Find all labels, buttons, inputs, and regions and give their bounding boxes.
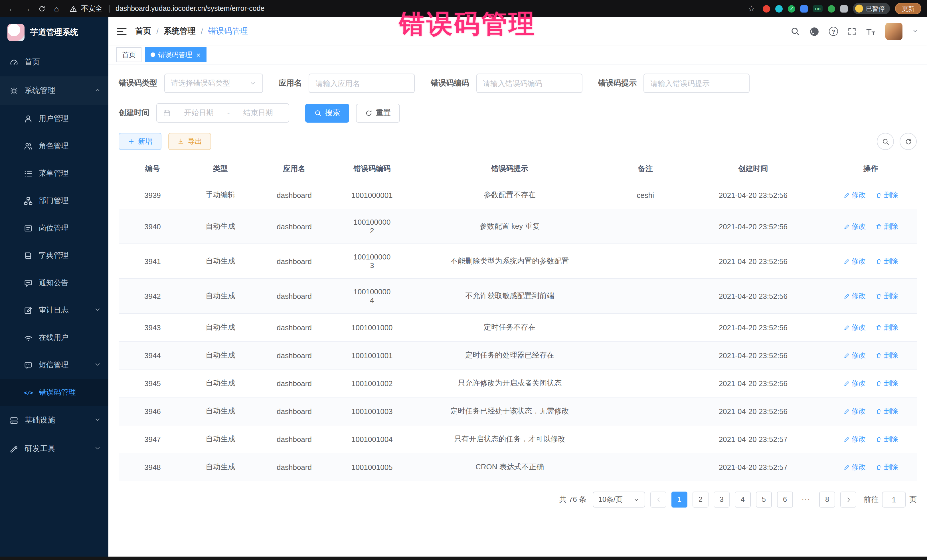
extension-icon-on-badge[interactable]: on (813, 5, 823, 12)
page-button-3[interactable]: 3 (714, 492, 729, 508)
app-logo-row[interactable]: 芋道管理系统 (0, 17, 108, 48)
puzzle-extensions-icon[interactable] (840, 5, 848, 12)
sidebar-item-home[interactable]: 首页 (0, 48, 108, 76)
annotation-title: 错误码管理 (399, 7, 536, 41)
close-tab-icon[interactable]: × (196, 51, 201, 58)
date-range-picker[interactable]: 开始日期 - 结束日期 (156, 103, 289, 123)
forward-icon[interactable]: → (21, 2, 33, 15)
cell-id: 3939 (119, 181, 187, 209)
sidebar-item-system[interactable]: 系统管理 (0, 76, 108, 105)
delete-button[interactable]: 删除 (876, 256, 898, 266)
cell-hint: 定时任务的处理器已经存在 (410, 341, 609, 369)
warning-icon (70, 5, 77, 12)
edit-button[interactable]: 修改 (843, 322, 866, 332)
edit-button[interactable]: 修改 (843, 291, 866, 301)
more-pages-button[interactable]: ··· (798, 492, 814, 508)
fullscreen-icon[interactable] (848, 27, 856, 36)
sidebar-item-users[interactable]: 用户管理 (0, 105, 108, 132)
sidebar-item-online-users[interactable]: 在线用户 (0, 324, 108, 351)
caret-down-icon[interactable] (912, 26, 918, 36)
delete-button[interactable]: 删除 (876, 378, 898, 388)
delete-button[interactable]: 删除 (876, 291, 898, 301)
edit-button[interactable]: 修改 (843, 222, 866, 231)
edit-button[interactable]: 修改 (843, 351, 866, 360)
page-button-6[interactable]: 6 (777, 492, 793, 508)
reload-icon[interactable] (35, 2, 48, 15)
show-search-toggle[interactable] (877, 133, 894, 150)
sidebar-item-posts[interactable]: 岗位管理 (0, 214, 108, 242)
delete-button[interactable]: 删除 (876, 351, 898, 360)
sidebar-item-dictionary[interactable]: 字典管理 (0, 242, 108, 269)
sidebar-item-audit-logs[interactable]: 审计日志 (0, 296, 108, 324)
edit-button[interactable]: 修改 (843, 406, 866, 416)
cell-time: 2021-04-20 23:52:56 (681, 397, 825, 425)
breadcrumb-system[interactable]: 系统管理 (164, 26, 196, 36)
sidebar-item-notices[interactable]: 通知公告 (0, 269, 108, 296)
tab-home[interactable]: 首页 (116, 47, 141, 62)
avatar[interactable] (885, 23, 903, 40)
back-icon[interactable]: ← (6, 2, 18, 15)
refresh-table-button[interactable] (900, 133, 917, 150)
breadcrumb-home[interactable]: 首页 (135, 26, 151, 36)
sidebar-item-departments[interactable]: 部门管理 (0, 187, 108, 214)
help-icon[interactable]: ? (829, 27, 838, 36)
goto-page-input[interactable] (882, 492, 906, 508)
home-icon[interactable]: ⌂ (50, 2, 63, 15)
prev-page-button[interactable] (650, 492, 666, 508)
edit-button[interactable]: 修改 (843, 434, 866, 444)
export-button[interactable]: 导出 (168, 133, 211, 150)
sidebar-item-infrastructure[interactable]: 基础设施 (0, 406, 108, 434)
reset-button[interactable]: 重置 (356, 103, 400, 122)
page-button-4[interactable]: 4 (735, 492, 751, 508)
delete-button[interactable]: 删除 (876, 462, 898, 472)
address-bar[interactable]: 不安全 dashboard.yudao.iocoder.cn/system/er… (70, 4, 265, 14)
delete-button[interactable]: 删除 (876, 322, 898, 332)
app-name-input[interactable] (316, 79, 408, 88)
browser-update-button[interactable]: 更新 (895, 3, 921, 14)
extension-icon-red[interactable] (763, 5, 770, 12)
paused-badge[interactable]: 已暂停 (853, 3, 890, 14)
delete-button[interactable]: 删除 (876, 190, 898, 200)
hamburger-icon[interactable] (117, 27, 127, 36)
table-row: 3939 手动编辑 dashboard 1001000001 参数配置不存在 c… (119, 181, 917, 209)
font-size-icon[interactable] (866, 27, 876, 36)
add-button[interactable]: 新增 (119, 133, 161, 150)
url-text: dashboard.yudao.iocoder.cn/system/error-… (115, 5, 265, 12)
sidebar-item-sms[interactable]: 短信管理 (0, 351, 108, 379)
page-button-1[interactable]: 1 (672, 492, 687, 508)
refresh-icon (904, 138, 912, 145)
tab-error-codes[interactable]: 错误码管理 × (145, 47, 206, 62)
edit-button[interactable]: 修改 (843, 190, 866, 200)
bookmark-star-icon[interactable]: ☆ (745, 2, 758, 15)
edit-button[interactable]: 修改 (843, 462, 866, 472)
extension-icon-blue-grid[interactable] (800, 5, 808, 12)
edit-button[interactable]: 修改 (843, 256, 866, 266)
sidebar-item-menus[interactable]: 菜单管理 (0, 160, 108, 187)
search-icon[interactable] (791, 27, 800, 36)
cell-app: dashboard (254, 453, 334, 481)
extension-icon-teal[interactable] (775, 5, 783, 12)
page-button-8[interactable]: 8 (819, 492, 835, 508)
edit-button[interactable]: 修改 (843, 378, 866, 388)
delete-button[interactable]: 删除 (876, 222, 898, 231)
search-button[interactable]: 搜索 (305, 103, 349, 122)
error-type-select[interactable]: 请选择错误码类型 (164, 74, 263, 93)
error-code-input[interactable] (483, 79, 575, 88)
error-hint-input[interactable] (650, 79, 743, 88)
cell-type: 自动生成 (187, 209, 254, 244)
goto-suffix: 页 (909, 495, 917, 505)
github-icon[interactable] (810, 27, 819, 36)
sidebar-item-roles[interactable]: 角色管理 (0, 132, 108, 160)
sidebar-item-devtools[interactable]: 研发工具 (0, 434, 108, 463)
delete-button[interactable]: 删除 (876, 406, 898, 416)
delete-button[interactable]: 删除 (876, 434, 898, 444)
page-button-2[interactable]: 2 (693, 492, 708, 508)
cell-actions: 修改 删除 (825, 209, 917, 244)
filter-row-1: 错误码类型 请选择错误码类型 应用名 错误码编码 (119, 74, 917, 93)
page-button-5[interactable]: 5 (756, 492, 772, 508)
extension-icon-green[interactable] (828, 5, 835, 12)
next-page-button[interactable] (840, 492, 856, 508)
extension-icon-green-check[interactable]: ✓ (788, 5, 795, 12)
sidebar-item-error-codes[interactable]: </> 错误码管理 (0, 379, 108, 406)
page-size-select[interactable]: 10条/页 (593, 492, 645, 508)
